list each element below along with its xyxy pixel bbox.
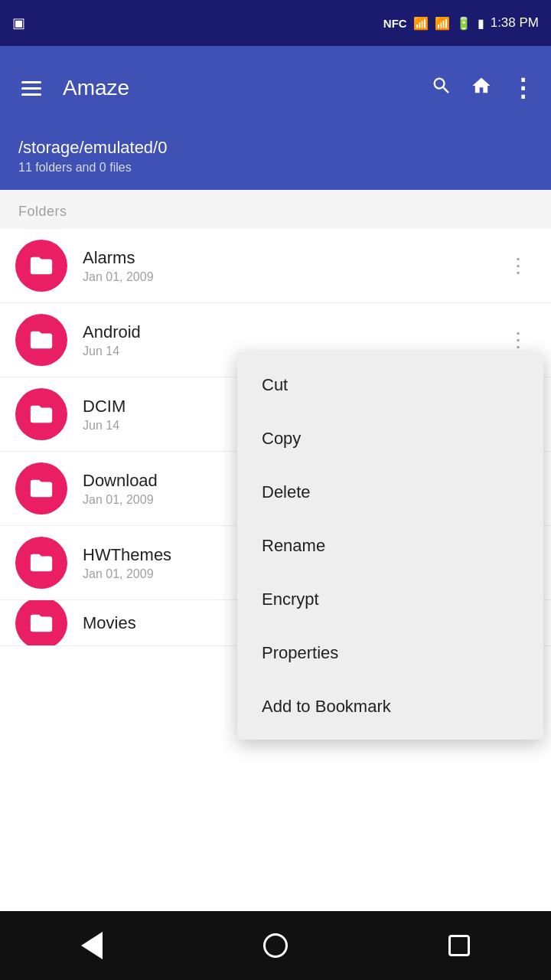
context-menu-properties[interactable]: Properties <box>237 626 543 680</box>
app-title: Amaze <box>63 76 416 100</box>
folder-info-alarms: Alarms Jan 01, 2009 <box>83 248 502 284</box>
path-bar: /storage/emulated/0 11 folders and 0 fil… <box>0 130 551 190</box>
bottom-nav <box>0 911 551 980</box>
folder-icon-download <box>15 462 67 514</box>
folder-icon-alarms <box>15 240 67 292</box>
folder-icon-dcim <box>15 388 67 440</box>
context-menu-delete[interactable]: Delete <box>237 466 543 519</box>
context-menu: Cut Copy Delete Rename Encrypt Propertie… <box>237 352 543 740</box>
status-right: NFC 📶 📶 🔋 ▮ 1:38 PM <box>383 15 539 31</box>
context-menu-encrypt[interactable]: Encrypt <box>237 573 543 626</box>
folder-icon-hwthemes <box>15 537 67 589</box>
wifi-icon: 📶 <box>435 16 450 31</box>
context-menu-copy[interactable]: Copy <box>237 412 543 466</box>
more-vertical-icon[interactable]: ⋮ <box>510 76 536 100</box>
hamburger-line-1 <box>21 81 41 83</box>
recents-button[interactable] <box>432 919 486 972</box>
app-bar: Amaze ⋮ <box>0 46 551 130</box>
battery-saver-icon: 🔋 <box>456 16 471 31</box>
notification-icon: ▣ <box>12 15 25 31</box>
context-menu-cut[interactable]: Cut <box>237 358 543 412</box>
folder-name: Alarms <box>83 248 502 268</box>
folder-date: Jan 01, 2009 <box>83 270 502 284</box>
folder-icon-android <box>15 314 67 366</box>
signal-icon: 📶 <box>413 16 429 31</box>
back-icon <box>81 932 103 959</box>
home-icon[interactable] <box>471 75 492 102</box>
path-subtitle: 11 folders and 0 files <box>18 161 533 175</box>
app-bar-icons: ⋮ <box>431 75 536 102</box>
back-button[interactable] <box>65 919 119 972</box>
home-icon <box>263 933 288 958</box>
hamburger-menu-button[interactable] <box>15 75 47 102</box>
folder-name: Android <box>83 322 502 342</box>
hamburger-line-3 <box>21 93 41 96</box>
folders-section-header: Folders <box>0 190 551 229</box>
status-left: ▣ <box>12 15 25 31</box>
context-menu-rename[interactable]: Rename <box>237 519 543 573</box>
folder-more-button[interactable]: ⋮ <box>502 248 536 284</box>
current-path: /storage/emulated/0 <box>18 138 533 158</box>
section-label: Folders <box>18 204 67 219</box>
recents-icon <box>448 935 470 956</box>
nfc-icon: NFC <box>383 17 407 30</box>
list-item[interactable]: Alarms Jan 01, 2009 ⋮ <box>0 229 551 303</box>
hamburger-line-2 <box>21 87 41 90</box>
home-button[interactable] <box>249 919 302 972</box>
context-menu-add-bookmark[interactable]: Add to Bookmark <box>237 680 543 733</box>
search-icon[interactable] <box>431 75 452 102</box>
status-bar: ▣ NFC 📶 📶 🔋 ▮ 1:38 PM <box>0 0 551 46</box>
status-time: 1:38 PM <box>491 15 539 31</box>
battery-icon: ▮ <box>478 16 484 31</box>
folder-icon-movies <box>15 600 67 646</box>
